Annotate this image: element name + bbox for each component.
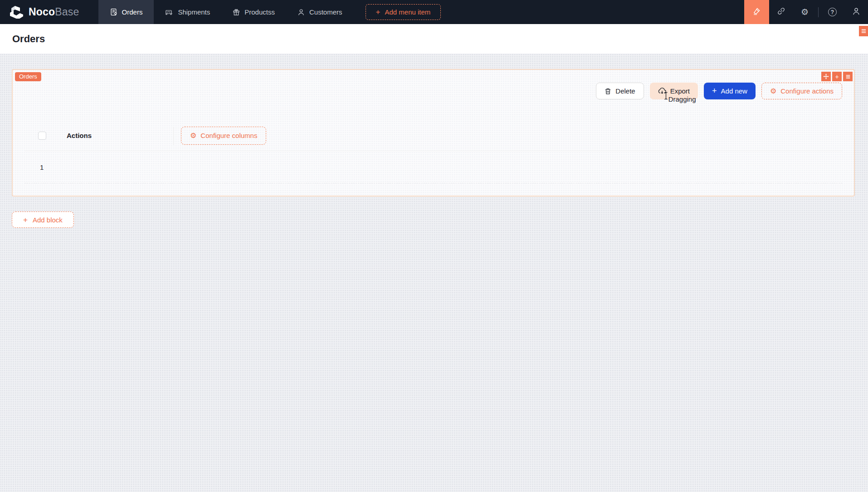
highlighter-icon xyxy=(752,7,761,17)
plus-icon: + xyxy=(712,87,717,95)
logo-noco: Noco xyxy=(29,6,55,18)
add-menu-item-button[interactable]: + Add menu item xyxy=(366,4,441,20)
gear-icon: ⚙ xyxy=(190,132,196,139)
gear-icon: ⚙ xyxy=(770,88,776,95)
table-actions-toolbar: Delete Export Dragging + Add new ⚙ Con xyxy=(24,83,842,99)
navbar-divider xyxy=(818,7,819,17)
plugin-link-button[interactable] xyxy=(769,0,793,24)
hamburger-icon xyxy=(861,28,867,34)
column-divider xyxy=(173,127,174,145)
add-block-button[interactable]: + Add block xyxy=(12,212,74,228)
nocobase-logo-icon xyxy=(9,5,24,19)
gear-icon: ⚙ xyxy=(801,8,809,16)
user-icon xyxy=(852,7,860,17)
column-header-actions: Actions xyxy=(67,132,92,139)
page-content: Orders + Delete xyxy=(0,54,868,492)
add-new-label: Add new xyxy=(721,87,747,95)
add-new-button[interactable]: + Add new xyxy=(704,83,756,99)
block-add-button[interactable]: + xyxy=(832,72,842,81)
navbar-right-tools: ⚙ ? xyxy=(744,0,868,24)
help-button[interactable]: ? xyxy=(820,0,844,24)
page-title: Orders xyxy=(12,33,45,45)
nocobase-logo[interactable]: NocoBase xyxy=(0,0,79,24)
logo-base: Base xyxy=(55,6,79,18)
question-icon: ? xyxy=(828,8,837,16)
configure-columns-label: Configure columns xyxy=(200,132,257,139)
text-cursor-icon xyxy=(664,91,668,100)
main-menu: Orders Shipments Productss xyxy=(98,0,441,24)
select-all-checkbox[interactable] xyxy=(38,132,46,140)
trash-icon xyxy=(605,88,611,95)
menu-item-label: Orders xyxy=(122,8,143,16)
export-label: Export xyxy=(670,87,690,95)
person-icon xyxy=(297,9,305,16)
add-menu-item-label: Add menu item xyxy=(385,8,430,16)
menu-item-shipments[interactable]: Shipments xyxy=(154,0,221,24)
ui-editor-toggle-button[interactable] xyxy=(744,0,769,24)
truck-icon xyxy=(165,9,173,15)
configure-actions-label: Configure actions xyxy=(780,87,834,95)
orders-table: Actions ⚙ Configure columns 1 xyxy=(24,120,842,183)
orders-icon xyxy=(110,8,117,16)
block-collection-tag: Orders xyxy=(15,72,41,81)
user-account-button[interactable] xyxy=(844,0,868,24)
plus-icon: + xyxy=(835,73,839,80)
menu-item-customers[interactable]: Customers xyxy=(286,0,354,24)
menu-item-orders[interactable]: Orders xyxy=(98,0,154,24)
export-button-dragging[interactable]: Export Dragging xyxy=(650,83,698,99)
add-block-label: Add block xyxy=(33,216,63,224)
delete-button[interactable]: Delete xyxy=(596,83,644,99)
delete-label: Delete xyxy=(615,87,635,95)
table-header-row: Actions ⚙ Configure columns xyxy=(24,120,842,151)
table-row[interactable]: 1 xyxy=(24,151,842,183)
orders-table-block: Orders + Delete xyxy=(12,69,855,197)
block-designer-toolbar: + xyxy=(821,72,853,81)
move-icon xyxy=(823,74,829,79)
settings-button[interactable]: ⚙ xyxy=(793,0,816,24)
configure-columns-button[interactable]: ⚙ Configure columns xyxy=(181,127,266,145)
block-drag-handle[interactable] xyxy=(821,72,831,81)
menu-item-label: Customers xyxy=(309,8,342,16)
plus-icon: + xyxy=(23,216,28,224)
menu-item-label: Shipments xyxy=(178,8,210,16)
page-header: Orders xyxy=(0,24,868,54)
top-navbar: NocoBase Orders Shipments xyxy=(0,0,868,24)
gift-icon xyxy=(233,9,240,16)
row-index: 1 xyxy=(40,163,44,171)
plus-icon: + xyxy=(376,8,380,16)
hamburger-icon xyxy=(845,74,851,79)
dragging-label: Dragging xyxy=(668,95,696,103)
page-designer-menu-button[interactable] xyxy=(859,26,868,36)
link-icon xyxy=(777,7,785,17)
logo-text: NocoBase xyxy=(29,6,79,18)
block-settings-menu-button[interactable] xyxy=(843,72,853,81)
configure-actions-button[interactable]: ⚙ Configure actions xyxy=(761,83,842,99)
menu-item-productss[interactable]: Productss xyxy=(221,0,286,24)
menu-item-label: Productss xyxy=(244,8,275,16)
